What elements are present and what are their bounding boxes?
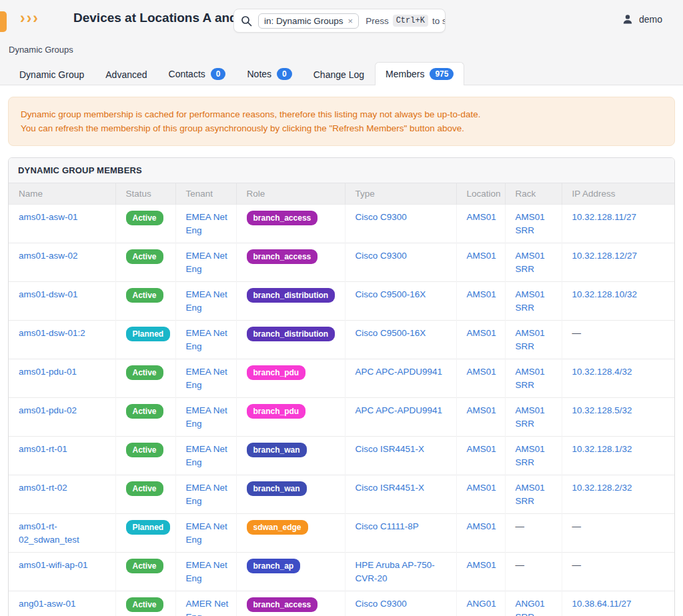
status-badge[interactable]: Active [126, 443, 163, 457]
tab-members[interactable]: Members 975 [375, 62, 464, 85]
ip-address-link[interactable]: 10.32.128.4/32 [572, 367, 632, 377]
location-link[interactable]: AMS01 [467, 328, 496, 338]
device-type-link[interactable]: Cisco C9300 [356, 251, 407, 261]
role-badge[interactable]: branch_distribution [247, 327, 335, 341]
status-badge[interactable]: Active [126, 211, 163, 225]
rack-link[interactable]: AMS01 SRR [516, 367, 545, 390]
device-type-link[interactable]: HPE Aruba AP-750-CVR-20 [356, 560, 435, 583]
location-link[interactable]: AMS01 [467, 405, 496, 415]
tenant-link[interactable]: EMEA Net Eng [186, 521, 227, 545]
device-type-link[interactable]: Cisco C9300 [356, 599, 407, 609]
sidebar-expand-icon[interactable]: ››› [20, 9, 39, 27]
tenant-link[interactable]: EMEA Net Eng [186, 483, 227, 506]
tab-advanced[interactable]: Advanced [95, 63, 157, 85]
role-badge[interactable]: branch_pdu [247, 404, 306, 419]
device-link[interactable]: ams01-dsw-01:2 [19, 328, 85, 338]
tenant-link[interactable]: EMEA Net Eng [186, 289, 227, 313]
role-badge[interactable]: branch_wan [247, 443, 307, 457]
device-type-link[interactable]: Cisco C9300 [356, 212, 407, 222]
device-link[interactable]: ams01-rt-02_sdwan_test [19, 521, 79, 545]
status-badge[interactable]: Active [126, 288, 163, 303]
location-link[interactable]: AMS01 [467, 483, 496, 493]
column-header-tenant[interactable]: Tenant [175, 183, 236, 205]
tenant-link[interactable]: EMEA Net Eng [186, 405, 227, 429]
device-link[interactable]: ams01-rt-01 [19, 444, 67, 454]
status-badge[interactable]: Active [126, 249, 163, 264]
device-type-link[interactable]: Cisco C9500-16X [356, 289, 426, 299]
device-type-link[interactable]: Cisco ISR4451-X [356, 483, 425, 493]
ip-address-link[interactable]: 10.32.128.10/32 [572, 289, 638, 299]
role-badge[interactable]: branch_access [247, 597, 318, 612]
tenant-link[interactable]: EMEA Net Eng [186, 328, 227, 351]
tenant-link[interactable]: EMEA Net Eng [186, 444, 227, 467]
role-badge[interactable]: branch_access [247, 249, 318, 264]
device-link[interactable]: ams01-pdu-01 [19, 367, 77, 377]
status-badge[interactable]: Active [126, 597, 163, 612]
rack-link[interactable]: AMS01 SRR [516, 251, 545, 274]
role-badge[interactable]: branch_pdu [247, 365, 306, 380]
search-filter-chip[interactable]: in: Dynamic Groups × [258, 13, 359, 29]
ip-address-link[interactable]: 10.32.128.5/32 [572, 405, 632, 415]
device-type-link[interactable]: Cisco ISR4451-X [356, 444, 425, 454]
device-link[interactable]: ams01-asw-02 [19, 251, 78, 261]
role-badge[interactable]: branch_distribution [247, 288, 335, 303]
ip-address-link[interactable]: 10.32.128.11/27 [572, 212, 637, 222]
tab-change-log[interactable]: Change Log [303, 63, 375, 85]
tenant-link[interactable]: EMEA Net Eng [186, 367, 227, 390]
rack-link[interactable]: AMS01 SRR [516, 328, 545, 351]
ip-address-link[interactable]: 10.32.128.2/32 [572, 483, 632, 493]
rack-link[interactable]: AMS01 SRR [516, 289, 545, 313]
role-badge[interactable]: branch_wan [247, 481, 307, 496]
device-type-link[interactable]: Cisco C1111-8P [356, 521, 419, 531]
device-link[interactable]: ams01-asw-01 [19, 212, 78, 222]
location-link[interactable]: AMS01 [467, 289, 496, 299]
column-header-location[interactable]: Location [456, 183, 505, 205]
status-badge[interactable]: Planned [126, 327, 171, 341]
rack-link[interactable]: AMS01 SRR [516, 444, 545, 467]
column-header-rack[interactable]: Rack [505, 183, 562, 205]
device-link[interactable]: ams01-pdu-02 [19, 405, 77, 415]
device-link[interactable]: ams01-rt-02 [19, 483, 67, 493]
global-search-input[interactable]: in: Dynamic Groups × Press Ctrl+K to se [233, 9, 446, 33]
status-badge[interactable]: Active [126, 481, 163, 496]
status-badge[interactable]: Active [126, 559, 163, 573]
role-badge[interactable]: branch_ap [247, 559, 301, 573]
rack-link[interactable]: AMS01 SRR [516, 483, 545, 506]
rack-link[interactable]: ANG01 SRR [516, 599, 545, 616]
column-header-ip-address[interactable]: IP Address [562, 183, 674, 205]
tab-dynamic-group[interactable]: Dynamic Group [9, 63, 95, 85]
column-header-status[interactable]: Status [115, 183, 175, 205]
breadcrumb[interactable]: Dynamic Groups [9, 45, 73, 55]
column-header-name[interactable]: Name [9, 183, 115, 205]
chip-close-icon[interactable]: × [348, 16, 354, 26]
device-type-link[interactable]: APC APC-APDU9941 [356, 367, 443, 377]
location-link[interactable]: AMS01 [467, 212, 496, 222]
device-type-link[interactable]: APC APC-APDU9941 [356, 405, 443, 415]
column-header-type[interactable]: Type [345, 183, 456, 205]
device-type-link[interactable]: Cisco C9500-16X [356, 328, 426, 338]
location-link[interactable]: AMS01 [467, 521, 496, 531]
rack-link[interactable]: AMS01 SRR [516, 405, 545, 429]
device-link[interactable]: ang01-asw-01 [19, 599, 76, 609]
tenant-link[interactable]: EMEA Net Eng [186, 560, 227, 583]
role-badge[interactable]: sdwan_edge [247, 520, 308, 535]
tab-contacts[interactable]: Contacts 0 [158, 62, 237, 85]
location-link[interactable]: AMS01 [467, 251, 496, 261]
ip-address-link[interactable]: 10.38.64.11/27 [572, 599, 632, 609]
location-link[interactable]: AMS01 [467, 367, 496, 377]
tenant-link[interactable]: EMEA Net Eng [186, 251, 227, 274]
ip-address-link[interactable]: 10.32.128.1/32 [572, 444, 632, 454]
status-badge[interactable]: Planned [126, 520, 171, 535]
ip-address-link[interactable]: 10.32.128.12/27 [572, 251, 638, 261]
location-link[interactable]: AMS01 [467, 444, 496, 454]
status-badge[interactable]: Active [126, 365, 163, 380]
location-link[interactable]: ANG01 [467, 599, 496, 609]
location-link[interactable]: AMS01 [467, 560, 496, 570]
rack-link[interactable]: AMS01 SRR [516, 212, 545, 235]
tab-notes[interactable]: Notes 0 [236, 62, 302, 85]
role-badge[interactable]: branch_access [247, 211, 318, 225]
status-badge[interactable]: Active [126, 404, 163, 419]
device-link[interactable]: ams01-dsw-01 [19, 289, 78, 299]
column-header-role[interactable]: Role [236, 183, 345, 205]
user-menu[interactable]: demo [622, 13, 662, 25]
